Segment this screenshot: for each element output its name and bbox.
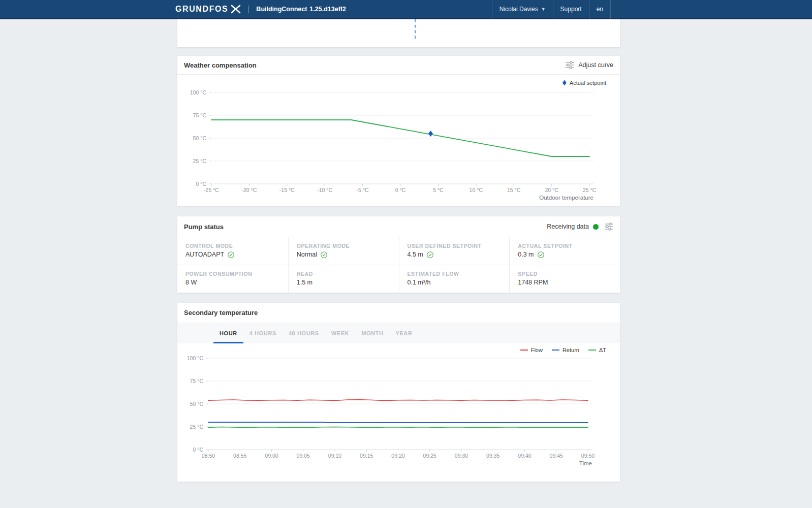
svg-text:-10 °C: -10 °C xyxy=(317,187,332,193)
svg-text:20 °C: 20 °C xyxy=(545,187,558,193)
partial-chart-card xyxy=(177,19,620,47)
svg-text:09:00: 09:00 xyxy=(265,453,278,459)
pump-status-card: Pump status Receiving data xyxy=(177,216,620,293)
legend-return: Return xyxy=(552,347,579,353)
svg-text:Time: Time xyxy=(579,460,592,466)
grundfos-logo-icon xyxy=(230,4,241,14)
receiving-data-status: Receiving data xyxy=(547,223,599,230)
svg-text:50 °C: 50 °C xyxy=(190,401,204,407)
app-name: BuildingConnect xyxy=(256,6,307,13)
pump-cell-head: HEAD 1.5 m xyxy=(288,265,399,293)
check-circle-icon xyxy=(427,251,433,258)
secondary-temperature-chart: 0 °C25 °C50 °C75 °C100 °C08:5008:5509:00… xyxy=(177,343,620,482)
return-line-icon xyxy=(552,350,559,351)
chevron-down-icon: ▼ xyxy=(541,7,546,12)
sliders-icon xyxy=(566,61,574,69)
svg-text:09:40: 09:40 xyxy=(518,453,531,459)
pump-cell-actual-setpoint: ACTUAL SETPOINT 0.3 m xyxy=(509,237,620,265)
svg-text:09:20: 09:20 xyxy=(391,453,404,459)
svg-text:09:35: 09:35 xyxy=(486,453,499,459)
current-value-indicator-line xyxy=(415,19,416,39)
svg-text:09:45: 09:45 xyxy=(550,453,563,459)
svg-text:08:55: 08:55 xyxy=(233,453,246,459)
check-circle-icon xyxy=(538,251,544,258)
svg-text:0 °C: 0 °C xyxy=(395,187,406,193)
svg-text:25 °C: 25 °C xyxy=(190,424,204,430)
adjust-curve-label: Adjust curve xyxy=(578,61,613,69)
legend-flow: Flow xyxy=(520,347,543,353)
main-content: Weather compensation Adjust curve A xyxy=(177,19,620,482)
pump-header-right: Receiving data xyxy=(547,223,613,231)
tab-year[interactable]: YEAR xyxy=(389,323,418,343)
tab-month[interactable]: MONTH xyxy=(355,323,389,343)
brand-area: GRUNDFOS BuildingConnect 1.25.d13eff2 xyxy=(175,4,346,14)
weather-card-title: Weather compensation xyxy=(184,61,257,69)
secondary-card-title: Secondary temperature xyxy=(184,309,258,316)
svg-text:25 °C: 25 °C xyxy=(193,158,207,164)
time-range-tabs: HOUR 4 HOURS 48 HOURS WEEK MONTH YEAR xyxy=(177,323,620,343)
svg-text:100 °C: 100 °C xyxy=(190,89,207,96)
svg-text:5 °C: 5 °C xyxy=(433,187,444,193)
svg-text:100 °C: 100 °C xyxy=(187,355,204,361)
pump-card-title: Pump status xyxy=(184,223,224,231)
svg-text:Outdoor temperature: Outdoor temperature xyxy=(539,195,594,201)
weather-chart-area: Actual setpoint 0 °C25 °C50 °C75 °C100 °… xyxy=(177,75,620,206)
receiving-data-label: Receiving data xyxy=(547,223,589,230)
svg-text:-5 °C: -5 °C xyxy=(357,187,369,193)
svg-text:0 °C: 0 °C xyxy=(193,447,203,453)
secondary-card-header: Secondary temperature xyxy=(177,303,620,323)
flow-line-icon xyxy=(520,350,528,351)
status-dot-icon xyxy=(593,224,599,230)
grundfos-logo: GRUNDFOS xyxy=(175,5,228,14)
svg-text:09:25: 09:25 xyxy=(423,453,436,459)
app-title: BuildingConnect 1.25.d13eff2 xyxy=(256,6,346,13)
pump-cell-user-setpoint: USER DEFINED SETPOINT 4.5 m xyxy=(399,237,510,265)
svg-text:09:15: 09:15 xyxy=(360,453,373,459)
svg-text:09:05: 09:05 xyxy=(297,453,310,459)
setpoint-diamond-icon xyxy=(563,80,567,86)
tab-week[interactable]: WEEK xyxy=(325,323,355,343)
sliders-icon xyxy=(605,223,613,231)
svg-text:50 °C: 50 °C xyxy=(193,135,207,141)
header-divider xyxy=(248,6,249,13)
weather-card-header: Weather compensation Adjust curve xyxy=(177,56,620,75)
svg-text:-25 °C: -25 °C xyxy=(204,187,219,193)
svg-text:-15 °C: -15 °C xyxy=(279,187,295,193)
pump-card-header: Pump status Receiving data xyxy=(177,216,620,237)
page: GRUNDFOS BuildingConnect 1.25.d13eff2 Ni… xyxy=(0,0,812,19)
language-selector[interactable]: en xyxy=(589,0,611,19)
user-name: Nicolai Davies xyxy=(499,6,538,13)
svg-text:75 °C: 75 °C xyxy=(190,378,204,384)
tab-4-hours[interactable]: 4 HOURS xyxy=(243,323,283,343)
svg-text:10 °C: 10 °C xyxy=(470,187,483,193)
svg-text:0 °C: 0 °C xyxy=(196,181,206,187)
weather-compensation-card: Weather compensation Adjust curve A xyxy=(177,56,620,206)
pump-cell-estimated-flow: ESTIMATED FLOW 0.1 m³/h xyxy=(399,265,510,293)
svg-text:08:50: 08:50 xyxy=(202,453,215,459)
svg-text:-20 °C: -20 °C xyxy=(241,187,257,193)
adjust-curve-button[interactable]: Adjust curve xyxy=(566,61,613,69)
delta-t-line-icon xyxy=(588,350,596,351)
pump-cell-control-mode: CONTROL MODE AUTOADAPT xyxy=(177,237,288,265)
pump-settings-button[interactable] xyxy=(605,223,613,231)
legend-delta-t: ΔT xyxy=(588,347,606,353)
tab-hour[interactable]: HOUR xyxy=(213,323,243,343)
user-menu[interactable]: Nicolai Davies ▼ xyxy=(492,0,553,19)
check-circle-icon xyxy=(228,251,234,258)
tab-48-hours[interactable]: 48 HOURS xyxy=(283,323,325,343)
pump-status-grid: CONTROL MODE AUTOADAPT OPERATING MODE No… xyxy=(177,237,620,293)
svg-text:09:50: 09:50 xyxy=(581,453,595,459)
support-link[interactable]: Support xyxy=(553,0,589,19)
pump-cell-power-consumption: POWER CONSUMPTION 8 W xyxy=(177,265,288,293)
weather-chart-legend: Actual setpoint xyxy=(563,80,606,86)
app-version: 1.25.d13eff2 xyxy=(309,6,346,13)
top-nav-menu: Nicolai Davies ▼ Support en xyxy=(492,0,611,19)
secondary-chart-legend: Flow Return ΔT xyxy=(520,347,606,353)
svg-text:15 °C: 15 °C xyxy=(507,187,521,193)
pump-cell-operating-mode: OPERATING MODE Normal xyxy=(288,237,399,265)
legend-actual-setpoint: Actual setpoint xyxy=(570,80,606,86)
secondary-temperature-card: Secondary temperature HOUR 4 HOURS 48 HO… xyxy=(177,303,620,482)
top-navigation-bar: GRUNDFOS BuildingConnect 1.25.d13eff2 Ni… xyxy=(0,0,812,19)
svg-text:09:30: 09:30 xyxy=(455,453,468,459)
svg-text:09:10: 09:10 xyxy=(328,453,341,459)
